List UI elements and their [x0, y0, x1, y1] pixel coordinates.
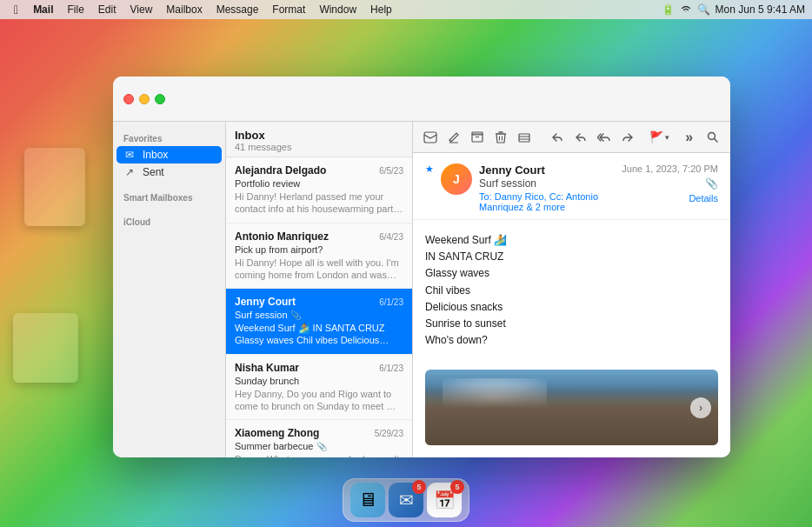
message-item[interactable]: Alejandra Delgado 6/5/23 Portfolio revie…: [226, 157, 412, 223]
menubar-view[interactable]: View: [124, 0, 159, 19]
dock-calendar[interactable]: 📅 5: [427, 483, 462, 517]
star-icon[interactable]: ★: [425, 163, 434, 175]
inbox-title: Inbox: [235, 129, 403, 142]
message-item[interactable]: Xiaomeng Zhong 5/29/23 Summer barbecue 📎…: [226, 420, 412, 457]
calendar-badge: 5: [450, 480, 464, 494]
menubar-window[interactable]: Window: [313, 0, 363, 19]
image-rocks: [425, 384, 718, 445]
menubar-battery-icon: 🔋: [662, 3, 675, 16]
menubar-message[interactable]: Message: [210, 0, 265, 19]
email-subject: Surf session: [479, 177, 615, 190]
cc-more: & 2 more: [526, 202, 565, 212]
email-info: Jenny Court Surf session To: Danny Rico,…: [479, 163, 615, 212]
msg-date: 6/1/23: [379, 297, 403, 307]
email-date-section: June 1, 2023, 7:20 PM 📎 Details: [622, 163, 718, 203]
message-item[interactable]: Jenny Court 6/1/23 Surf session 📎 Weeken…: [226, 289, 412, 355]
junk-btn[interactable]: [516, 126, 534, 149]
email-sender: Jenny Court: [479, 163, 615, 177]
favorites-label: Favorites: [113, 129, 225, 146]
reply-prev-btn[interactable]: [548, 126, 566, 149]
menubar-file[interactable]: File: [61, 0, 90, 19]
email-image: ›: [425, 370, 718, 445]
email-header-row: ★ J Jenny Court Surf session To: Danny R…: [425, 163, 718, 212]
menubar-left:  Mail File Edit View Mailbox Message Fo…: [7, 0, 398, 19]
dock-mail[interactable]: ✉ 5: [389, 483, 423, 517]
mail-content: Favorites ✉ Inbox ↗ Sent Smart Mailboxes…: [113, 122, 730, 457]
message-icon-btn[interactable]: [422, 126, 440, 149]
compose-btn[interactable]: [445, 126, 463, 149]
svg-rect-9: [519, 134, 529, 142]
attachment-icon: 📎: [705, 177, 718, 190]
forward-btn[interactable]: [618, 126, 636, 149]
flag-btn[interactable]: 🚩 ▾: [649, 130, 669, 143]
menubar-mailbox[interactable]: Mailbox: [160, 0, 208, 19]
window-toolbar: [113, 77, 730, 122]
sidebar-sent-label: Sent: [143, 166, 164, 178]
message-item[interactable]: Nisha Kumar 6/1/23 Sunday brunch Hey Dan…: [226, 355, 412, 421]
msg-date: 5/29/23: [375, 429, 403, 438]
attachment-clip-icon: 📎: [290, 310, 301, 320]
email-body-text: Weekend Surf 🏄IN SANTA CRUZGlassy wavesC…: [425, 232, 718, 349]
message-items-container: Alejandra Delgado 6/5/23 Portfolio revie…: [226, 157, 412, 457]
mail-icon: ✉: [399, 490, 414, 510]
inbox-count: 41 messages: [235, 142, 403, 152]
menubar-search-icon[interactable]: 🔍: [697, 3, 710, 16]
message-item[interactable]: Antonio Manriquez 6/4/23 Pick up from ai…: [226, 223, 412, 290]
calendar-icon: 📅: [434, 490, 456, 510]
background-window-2: [13, 313, 78, 383]
icloud-label: iCloud: [113, 212, 225, 230]
sidebar-item-inbox[interactable]: ✉ Inbox: [116, 146, 222, 163]
menubar:  Mail File Edit View Mailbox Message Fo…: [0, 0, 812, 19]
message-list-header: Inbox 41 messages: [226, 122, 412, 157]
reply-btn[interactable]: [571, 126, 589, 149]
more-btn[interactable]: »: [680, 126, 698, 149]
msg-preview: Hey Danny, Do you and Rigo want to come …: [235, 388, 403, 413]
reading-toolbar: 🚩 ▾ »: [413, 122, 730, 153]
trash-btn[interactable]: [492, 126, 510, 149]
msg-subject: Summer barbecue 📎: [235, 441, 403, 451]
archive-btn[interactable]: [469, 126, 487, 149]
sidebar-item-sent[interactable]: ↗ Sent: [116, 163, 222, 181]
msg-sender: Antonio Manriquez: [235, 230, 329, 243]
email-body: Weekend Surf 🏄IN SANTA CRUZGlassy wavesC…: [413, 220, 730, 361]
menubar-right: 🔋 🔍 Mon Jun 5 9:41 AM: [662, 3, 805, 16]
email-date: June 1, 2023, 7:20 PM: [622, 163, 718, 174]
apple-menu[interactable]: : [7, 0, 25, 19]
dock: 🖥 ✉ 5 📅 5: [343, 478, 469, 522]
reply-all-btn[interactable]: [595, 126, 613, 149]
reading-pane: 🚩 ▾ » ★ J Jenny Court Surf session: [413, 122, 730, 457]
image-next-btn[interactable]: ›: [690, 397, 711, 418]
msg-date: 6/5/23: [379, 166, 403, 176]
to-name: Danny Rico,: [495, 191, 549, 202]
dock-finder[interactable]: 🖥: [350, 483, 385, 517]
msg-subject: Surf session 📎: [235, 310, 403, 320]
menubar-mail[interactable]: Mail: [27, 0, 59, 19]
mail-window: Favorites ✉ Inbox ↗ Sent Smart Mailboxes…: [113, 77, 730, 457]
menubar-help[interactable]: Help: [364, 0, 398, 19]
inbox-icon: ✉: [125, 149, 137, 161]
msg-preview: Danny, What an awesome barbecue. It was …: [235, 453, 403, 457]
msg-date: 6/1/23: [379, 364, 403, 373]
email-meta: To: Danny Rico, Cc: Antonio Manriquez & …: [479, 191, 615, 212]
minimize-button[interactable]: [139, 94, 150, 104]
smart-mailboxes-label: Smart Mailboxes: [113, 188, 225, 205]
email-header: ★ J Jenny Court Surf session To: Danny R…: [413, 153, 730, 220]
msg-sender: Xiaomeng Zhong: [235, 427, 319, 439]
msg-date: 6/4/23: [379, 232, 403, 242]
msg-preview: Hi Danny! Herland passed me your contact…: [235, 190, 403, 216]
cc-label: Cc:: [549, 191, 564, 202]
msg-preview: Weekend Surf 🏄 IN SANTA CRUZ Glassy wave…: [235, 322, 403, 347]
menubar-datetime: Mon Jun 5 9:41 AM: [715, 3, 805, 16]
svg-line-13: [715, 139, 718, 143]
to-label: To:: [479, 191, 492, 202]
details-link[interactable]: Details: [689, 193, 718, 203]
search-reading-btn[interactable]: [703, 126, 722, 149]
menubar-format[interactable]: Format: [266, 0, 311, 19]
menubar-wifi-icon: [680, 3, 692, 16]
sidebar-inbox-label: Inbox: [143, 149, 168, 161]
maximize-button[interactable]: [155, 94, 165, 104]
msg-subject: Portfolio review: [235, 178, 403, 189]
close-button[interactable]: [123, 94, 134, 104]
sent-icon: ↗: [125, 166, 137, 178]
menubar-edit[interactable]: Edit: [92, 0, 123, 19]
